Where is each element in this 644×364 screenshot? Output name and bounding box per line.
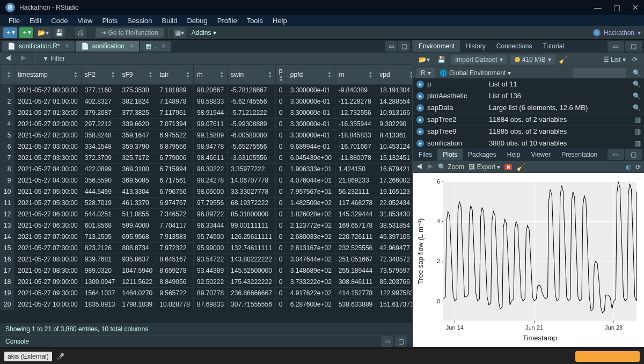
menu-debug[interactable]: Debug bbox=[182, 16, 211, 25]
menu-build[interactable]: Build bbox=[158, 16, 182, 25]
grid-icon[interactable]: ▥ bbox=[635, 128, 641, 135]
filter-button[interactable]: ▼ Filter bbox=[42, 55, 65, 62]
tab-environment[interactable]: Environment bbox=[413, 40, 460, 52]
menu-code[interactable]: Code bbox=[47, 16, 72, 25]
save-all-button[interactable]: 💾 bbox=[53, 27, 65, 38]
column-header-swin[interactable]: swin▲▼ bbox=[228, 65, 276, 85]
refresh-plot-button[interactable]: ⟳ bbox=[635, 163, 641, 171]
goto-file-input[interactable]: ➜ Go to file/function bbox=[96, 28, 164, 38]
tab-packages[interactable]: Packages bbox=[463, 149, 502, 161]
env-item[interactable]: ▸plotAestheticList of 136🔍 bbox=[413, 90, 644, 102]
plot-prev-button[interactable]: ⯇ bbox=[416, 163, 423, 171]
menu-edit[interactable]: Edit bbox=[25, 16, 46, 25]
project-menu[interactable]: Hackathon ▾ bbox=[593, 29, 641, 37]
table-row[interactable]: 102021-05-27 05:00:00444.5459413.33046.7… bbox=[1, 186, 413, 198]
menu-plots[interactable]: Plots bbox=[98, 16, 122, 25]
table-row[interactable]: 62021-05-27 03:00:00334.1548359.37906.87… bbox=[1, 141, 413, 152]
back-button[interactable]: ⯇ bbox=[3, 55, 14, 62]
close-tab-button[interactable]: × bbox=[65, 42, 69, 50]
clear-plots-button[interactable]: 🧹 bbox=[516, 163, 525, 171]
grid-icon[interactable]: ▥ bbox=[635, 140, 641, 147]
plot-next-button[interactable]: ⯈ bbox=[427, 163, 434, 171]
expand-icon[interactable]: ▸ bbox=[416, 81, 424, 88]
row-number-header[interactable]: ▲▼ bbox=[1, 65, 14, 85]
env-item[interactable]: ▸sapDataLarge list (6 elements, 12.6 MB)… bbox=[413, 102, 644, 114]
open-file-button[interactable]: 📂▾ bbox=[35, 27, 51, 38]
column-header-sF2[interactable]: sF2▲▼ bbox=[81, 65, 119, 85]
expand-icon[interactable]: ▸ bbox=[416, 116, 424, 123]
table-row[interactable]: 22021-05-27 01:00:00402.8327382.18247.14… bbox=[1, 96, 413, 107]
table-row[interactable]: 92021-05-27 04:30:00356.5590369.50856.71… bbox=[1, 175, 413, 186]
export-button[interactable]: 🖼 Export ▾ bbox=[469, 163, 500, 171]
close-tab-button[interactable]: × bbox=[162, 42, 165, 50]
column-header-tair[interactable]: tair▲▼ bbox=[156, 65, 194, 85]
close-tab-button[interactable]: × bbox=[130, 42, 134, 50]
import-dataset-button[interactable]: Import Dataset ▾ bbox=[451, 55, 507, 64]
table-row[interactable]: 82021-05-27 04:00:00422.0899369.31006.71… bbox=[1, 164, 413, 175]
refresh-env-button[interactable]: ⟳ bbox=[629, 54, 641, 65]
grid-icon[interactable]: ▥ bbox=[635, 116, 641, 123]
tab-history[interactable]: History bbox=[460, 40, 491, 52]
table-row[interactable]: 72021-05-27 03:30:00372.3709325.71726.77… bbox=[1, 152, 413, 164]
mic-muted-icon[interactable]: 🎤̸ bbox=[56, 353, 64, 360]
env-pane-minimize-button[interactable]: ▭ bbox=[608, 41, 624, 52]
table-row[interactable]: 182021-05-27 09:00:001309.09471211.56228… bbox=[1, 276, 413, 288]
table-row[interactable]: 142021-05-27 07:00:00713.1505695.95687.9… bbox=[1, 231, 413, 243]
env-item[interactable]: ▸sonification3880 obs. of 10 variables▥ bbox=[413, 137, 644, 148]
clear-workspace-button[interactable]: 🧹 bbox=[559, 55, 568, 64]
menu-tools[interactable]: Tools bbox=[243, 16, 267, 25]
memory-usage-pill[interactable]: 410 MiB ▾ bbox=[510, 55, 555, 64]
table-row[interactable]: 122021-05-27 06:00:00544.0251511.08557.3… bbox=[1, 209, 413, 220]
column-header-timestamp[interactable]: timestamp▲▼ bbox=[14, 65, 81, 85]
table-row[interactable]: 32021-05-27 01:30:00379.2087377.38257.11… bbox=[1, 107, 413, 119]
source-tab[interactable]: 📄sonification× bbox=[76, 41, 139, 52]
column-header-vpd[interactable]: vpd▲▼ bbox=[376, 65, 412, 85]
menu-session[interactable]: Session bbox=[123, 16, 156, 25]
expand-icon[interactable]: ▸ bbox=[416, 104, 424, 112]
table-row[interactable]: 192021-05-27 09:30:001564.10371464.02709… bbox=[1, 288, 413, 299]
env-item[interactable]: ▸pList of 11🔍 bbox=[413, 78, 644, 90]
new-file-button[interactable]: ＋▾ bbox=[3, 27, 17, 38]
addins-menu[interactable]: Addins ▾ bbox=[192, 29, 216, 37]
grid-view-button[interactable]: ▦▾ bbox=[173, 27, 186, 38]
tab-plots[interactable]: Plots bbox=[437, 149, 463, 161]
column-header-p[interactable]: p▲▼ bbox=[275, 65, 287, 85]
tab-help[interactable]: Help bbox=[502, 149, 526, 161]
close-button[interactable]: ✕ bbox=[632, 3, 639, 12]
pane-maximize-button[interactable]: ▢ bbox=[398, 41, 410, 52]
recording-indicator[interactable] bbox=[575, 351, 640, 362]
maximize-button[interactable]: ▢ bbox=[613, 3, 620, 12]
magnify-icon[interactable]: 🔍 bbox=[633, 92, 641, 100]
env-pane-maximize-button[interactable]: ▢ bbox=[625, 41, 642, 52]
menubar[interactable]: FileEditCodeViewPlotsSessionBuildDebugPr… bbox=[0, 15, 644, 26]
column-header-rn[interactable]: rn▲▼ bbox=[335, 65, 376, 85]
env-list-mode-button[interactable]: ☰ List ▾ bbox=[603, 56, 626, 63]
new-project-button[interactable]: ＋▾ bbox=[19, 27, 33, 38]
env-item[interactable]: ▸sapTree211884 obs. of 2 variables▥ bbox=[413, 114, 644, 126]
menu-file[interactable]: File bbox=[4, 16, 24, 25]
language-selector[interactable]: R ▾ bbox=[416, 68, 435, 78]
tab-connections[interactable]: Connections bbox=[491, 40, 538, 52]
pane-minimize-button[interactable]: ▭ bbox=[385, 41, 397, 52]
menu-profile[interactable]: Profile bbox=[213, 16, 241, 25]
tab-files[interactable]: Files bbox=[413, 149, 437, 161]
forward-button[interactable]: ⯈ bbox=[18, 55, 29, 62]
minimize-button[interactable]: — bbox=[594, 3, 602, 12]
magnify-icon[interactable]: 🔍 bbox=[633, 104, 641, 112]
column-header-sF9[interactable]: sF9▲▼ bbox=[119, 65, 156, 85]
plots-pane-maximize-button[interactable]: ▢ bbox=[625, 149, 642, 160]
column-header-rh[interactable]: rh▲▼ bbox=[194, 65, 228, 85]
source-tab[interactable]: ▦.× bbox=[140, 41, 171, 52]
table-row[interactable]: 152021-05-27 07:30:00823.2126808.87347.9… bbox=[1, 243, 413, 254]
console-minimize-button[interactable]: ▭ bbox=[381, 336, 393, 347]
tab-viewer[interactable]: Viewer bbox=[525, 149, 555, 161]
menu-help[interactable]: Help bbox=[268, 16, 291, 25]
tab-tutorial[interactable]: Tutorial bbox=[537, 40, 569, 52]
env-search-input[interactable] bbox=[573, 68, 626, 78]
data-grid[interactable]: ▲▼timestamp▲▼sF2▲▼sF9▲▼tair▲▼rh▲▼swin▲▼p… bbox=[0, 64, 412, 323]
table-row[interactable]: 52021-05-27 02:30:00358.8248359.16476.97… bbox=[1, 130, 413, 141]
table-row[interactable]: 112021-05-27 05:30:00528.7019461.33706.9… bbox=[1, 198, 413, 209]
table-row[interactable]: 12021-05-27 00:30:00377.1160375.35307.18… bbox=[1, 85, 413, 96]
console-tab[interactable]: Console ▭ ▢ bbox=[0, 335, 412, 347]
table-row[interactable]: 202021-05-27 10:00:001835.89131798.10391… bbox=[1, 299, 413, 310]
